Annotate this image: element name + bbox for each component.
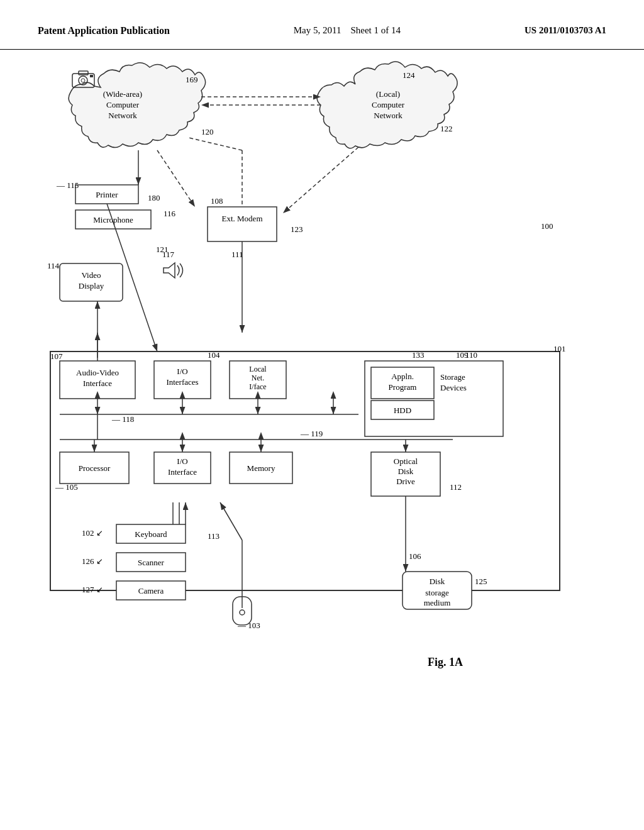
processor-label: Processor [79,463,111,473]
appln-program-label2: Program [389,382,417,392]
printer-label: Printer [96,190,118,199]
ref-113-label: 113 [208,531,219,541]
svg-text:Network: Network [374,111,402,120]
ext-modem-label1: Ext. Modem [222,214,263,223]
ref-121-label: 121 [156,245,169,254]
header-left: Patent Application Publication [38,25,170,36]
video-display-label2: Display [79,281,104,290]
ref-107-label: 107 [50,351,63,361]
local-network-cloud: (Local) Computer Network [317,62,457,148]
keyboard-label: Keyboard [135,529,167,539]
ref-101-label: 101 [553,344,566,353]
svg-text:Computer: Computer [372,100,405,109]
ref-122-label: 122 [440,124,453,133]
optical-disk-label3: Drive [396,477,415,486]
ref-119-label: — 119 [300,429,323,438]
io-interfaces-label2: Interfaces [166,377,198,387]
local-net-label1: Local [249,365,267,374]
appln-program-label1: Appln. [391,372,414,381]
ref-111-label: 111 [231,250,243,259]
ref-169-label: 169 [186,75,198,84]
ref-105-label: — 105 [55,482,78,492]
optical-disk-label2: Disk [398,467,414,476]
page-header: Patent Application Publication May 5, 20… [0,0,644,50]
ref-116-label: 116 [164,209,176,218]
ref-115-label: — 115 [56,180,79,190]
camera-label: Camera [138,586,164,595]
svg-text:(Local): (Local) [376,89,400,99]
disk-storage-label2: storage [425,588,449,597]
header-right: US 2011/0103703 A1 [525,25,606,36]
ref-126-label: 126 ↙ [82,556,103,566]
svg-marker-11 [164,263,175,278]
ext-modem-box [208,207,277,241]
svg-text:(Wide-area): (Wide-area) [103,89,142,99]
svg-point-14 [240,610,245,615]
memory-label: Memory [247,463,275,473]
disk-storage-label3: medium [424,598,451,607]
svg-point-9 [81,79,85,82]
ref-103-label: — 103 [237,621,260,630]
io-interface-lower-label1: I/O [177,456,187,466]
audio-video-label2: Interface [83,379,112,388]
svg-text:Computer: Computer [106,100,140,109]
ref-104-label: 104 [208,350,220,360]
svg-rect-10 [90,75,93,77]
ref-180-label: 180 [148,193,160,202]
video-display-label1: Video [82,270,101,280]
ref-125-label: 125 [475,577,487,586]
scanner-label: Scanner [138,558,165,567]
optical-disk-label1: Optical [394,456,418,466]
ref-118-label: — 118 [111,414,134,424]
ref-123-label: 123 [291,224,303,234]
storage-devices-label1: Storage [440,372,465,382]
ref-112-label: 112 [450,482,462,492]
diagram-area: (Wide-area) Computer Network (Local) Com… [0,50,644,817]
ref-120-label: 120 [201,127,214,136]
wan-down-arrow [157,150,195,207]
ref-114-label: 114 [47,261,60,270]
ref-102-label: 102 ↙ [82,528,103,538]
local-net-label3: I/face [249,382,266,391]
svg-rect-7 [79,71,88,75]
lan-down-arrow [283,147,358,213]
io-interfaces-label1: I/O [177,367,187,376]
wan-modem-line [189,138,242,150]
ref-127-label: 127 ↙ [82,585,103,594]
header-center: May 5, 2011 Sheet 1 of 14 [294,25,401,36]
ref-106-label: 106 [409,551,421,561]
local-net-label2: Net. [252,374,264,382]
io-interface-lower-label2: Interface [168,467,197,477]
ref-110-label: 110 [465,350,477,360]
ref-108-label: 108 [211,196,223,206]
audio-video-label1: Audio-Video [76,368,119,377]
fig-label: Fig. 1A [428,656,463,668]
storage-devices-label2: Devices [440,383,467,392]
ref-133-label: 133 [412,350,425,360]
ref-100-label: 100 [541,221,553,231]
ref-124-label: 124 [402,70,415,80]
disk-storage-label1: Disk [430,577,445,586]
hdd-label: HDD [394,406,411,415]
svg-text:Network: Network [108,111,137,120]
speaker-icon [164,263,183,278]
